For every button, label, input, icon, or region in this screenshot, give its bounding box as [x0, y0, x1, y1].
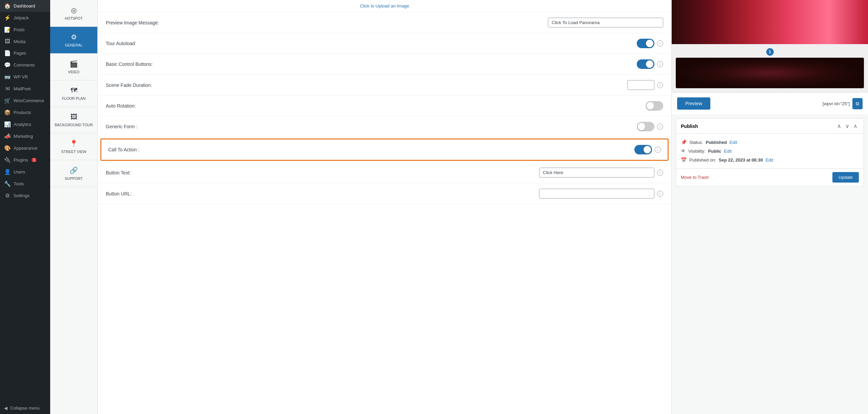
- tour-autoload-toggle[interactable]: [637, 39, 654, 48]
- sidebar-item-mailpoet[interactable]: ✉ MailPoet: [0, 83, 50, 95]
- auto-rotation-toggle[interactable]: [646, 101, 663, 111]
- sub-sidebar-background-tour-label: BACKGROUND TOUR: [55, 123, 93, 127]
- sub-sidebar-hotspot-label: HOTSPOT: [65, 16, 83, 20]
- sidebar-item-marketing[interactable]: 📣 Marketing: [0, 130, 50, 142]
- visibility-label: Visibility:: [688, 149, 705, 154]
- sidebar-item-analytics[interactable]: 📊 Analytics: [0, 118, 50, 130]
- generic-form-controls: i: [637, 122, 663, 131]
- sidebar-item-jetpack[interactable]: ⚡ Jetpack: [0, 12, 50, 24]
- plugins-icon: 🔌: [4, 157, 11, 163]
- background-tour-icon: 🖼: [71, 113, 77, 121]
- sub-sidebar-support[interactable]: 🔗 SUPPORT: [50, 160, 97, 187]
- visibility-edit-link[interactable]: Edit: [724, 149, 731, 154]
- sidebar-item-plugins[interactable]: 🔌 Plugins 5: [0, 154, 50, 166]
- scene-fade-duration-input[interactable]: [627, 80, 654, 90]
- publish-title: Publish: [681, 124, 698, 129]
- generic-form-toggle[interactable]: [637, 122, 654, 131]
- published-on-label: Published on:: [689, 157, 716, 163]
- scene-thumbnails-section: 1: [672, 44, 868, 92]
- preview-image-message-controls: [548, 18, 663, 27]
- sub-sidebar-floor-plan[interactable]: 🗺 FLOOR PLAN: [50, 80, 97, 107]
- sidebar-item-tools[interactable]: 🔧 Tools: [0, 178, 50, 190]
- sidebar-item-label: Products: [14, 110, 31, 115]
- scene-fade-duration-info[interactable]: i: [657, 82, 663, 88]
- auto-rotation-slider: [646, 101, 663, 111]
- video-icon: 🎬: [70, 60, 78, 68]
- sidebar-item-wpvr[interactable]: 🥽 WP VR: [0, 71, 50, 83]
- call-to-action-row: ➜ Call To Action : i: [100, 138, 669, 161]
- button-text-info[interactable]: i: [657, 170, 663, 176]
- status-row: 📌 Status: Published Edit: [681, 138, 859, 147]
- status-icon: 📌: [681, 139, 687, 145]
- pages-icon: 📄: [4, 50, 11, 56]
- general-icon: ⚙: [71, 33, 77, 41]
- published-on-edit-link[interactable]: Edit: [766, 157, 773, 163]
- sub-sidebar-video[interactable]: 🎬 VIDEO: [50, 54, 97, 80]
- sidebar-item-woocommerce[interactable]: 🛒 WooCommerce: [0, 95, 50, 107]
- settings-form: Preview Image Message: Tour Autoload: i …: [98, 12, 671, 204]
- sidebar-item-label: Appearance: [14, 146, 37, 151]
- settings-icon: ⚙: [4, 192, 11, 199]
- button-url-row: Button URL: i: [98, 183, 671, 204]
- sidebar-item-products[interactable]: 📦 Products: [0, 107, 50, 118]
- sidebar-item-pages[interactable]: 📄 Pages: [0, 47, 50, 59]
- sidebar-item-posts[interactable]: 📝 Posts: [0, 24, 50, 36]
- sub-sidebar: ◎ HOTSPOT ⚙ GENERAL 🎬 VIDEO 🗺 FLOOR PLAN…: [50, 0, 98, 414]
- basic-control-buttons-label: Basic Control Buttons:: [106, 61, 153, 67]
- basic-control-buttons-info[interactable]: i: [657, 61, 663, 67]
- marketing-icon: 📣: [4, 133, 11, 139]
- publish-collapse-down[interactable]: ∨: [844, 122, 851, 130]
- analytics-icon: 📊: [4, 121, 11, 128]
- sidebar-item-label: Dashboard: [14, 3, 35, 8]
- sidebar: 🏠 Dashboard ⚡ Jetpack 📝 Posts 🖼 Media 📄 …: [0, 0, 50, 414]
- collapse-menu-button[interactable]: ◀ Collapse menu: [0, 402, 50, 414]
- button-text-input[interactable]: [539, 168, 654, 177]
- publish-collapse-close[interactable]: ∧: [852, 122, 859, 130]
- copy-shortcode-button[interactable]: ⧉: [852, 98, 863, 109]
- plugins-badge: 5: [32, 158, 37, 162]
- preview-button[interactable]: Preview: [677, 97, 710, 110]
- tour-autoload-label: Tour Autoload:: [106, 41, 136, 46]
- button-url-info[interactable]: i: [657, 191, 663, 197]
- button-url-input[interactable]: [539, 189, 654, 199]
- sidebar-item-settings[interactable]: ⚙ Settings: [0, 190, 50, 202]
- sub-sidebar-hotspot[interactable]: ◎ HOTSPOT: [50, 0, 97, 27]
- publish-collapse-up[interactable]: ∧: [836, 122, 843, 130]
- tour-preview-image: [672, 0, 868, 44]
- sidebar-item-label: Pages: [14, 51, 26, 56]
- sub-sidebar-background-tour[interactable]: 🖼 BACKGROUND TOUR: [50, 107, 97, 133]
- status-edit-link[interactable]: Edit: [730, 140, 737, 145]
- right-panel: 1 Preview [wpvr id="25"] ⧉ Publish ∧ ∨ ∧: [671, 0, 868, 414]
- publish-box: Publish ∧ ∨ ∧ 📌 Status: Published Edit 👁: [676, 118, 864, 186]
- sub-sidebar-general[interactable]: ⚙ GENERAL: [50, 27, 97, 54]
- jetpack-icon: ⚡: [4, 15, 11, 21]
- wpvr-icon: 🥽: [4, 74, 11, 80]
- sidebar-item-media[interactable]: 🖼 Media: [0, 36, 50, 47]
- upload-image-link[interactable]: Click to Upload an Image: [360, 3, 409, 8]
- call-to-action-toggle[interactable]: [634, 145, 652, 154]
- scene-thumbnail[interactable]: [676, 58, 864, 88]
- update-button[interactable]: Update: [832, 172, 859, 183]
- main-content: Click to Upload an Image Preview Image M…: [98, 0, 868, 414]
- visibility-icon: 👁: [681, 148, 686, 154]
- sidebar-item-dashboard[interactable]: 🏠 Dashboard: [0, 0, 50, 12]
- floor-plan-icon: 🗺: [71, 87, 77, 94]
- published-on-row: 📅 Published on: Sep 22, 2023 at 06:30 Ed…: [681, 155, 859, 164]
- tour-autoload-info[interactable]: i: [657, 40, 663, 46]
- call-to-action-info[interactable]: i: [655, 147, 661, 153]
- sidebar-item-users[interactable]: 👤 Users: [0, 166, 50, 178]
- basic-control-buttons-toggle[interactable]: [637, 59, 654, 69]
- tour-autoload-slider: [637, 39, 654, 48]
- sidebar-item-label: Marketing: [14, 134, 33, 139]
- generic-form-info[interactable]: i: [657, 124, 663, 130]
- scene-fade-duration-controls: i: [627, 80, 663, 90]
- shortcode-text: [wpvr id="25"]: [823, 101, 850, 106]
- media-icon: 🖼: [4, 38, 11, 44]
- preview-image-message-input[interactable]: [548, 18, 663, 27]
- sidebar-item-appearance[interactable]: 🎨 Appearance: [0, 142, 50, 154]
- sub-sidebar-street-view[interactable]: 📍 STREET VIEW: [50, 133, 97, 160]
- mailpoet-icon: ✉: [4, 86, 11, 92]
- users-icon: 👤: [4, 169, 11, 175]
- sidebar-item-comments[interactable]: 💬 Comments: [0, 59, 50, 71]
- move-to-trash-link[interactable]: Move to Trash: [681, 175, 709, 180]
